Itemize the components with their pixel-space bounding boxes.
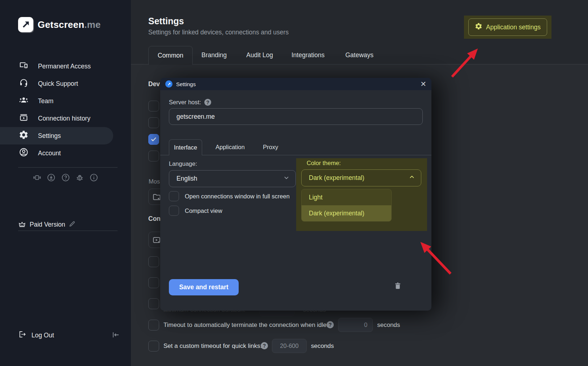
idle-timeout-input[interactable]: 0 [338, 318, 373, 332]
idle-timeout-label: Timeout to automatically terminate the c… [163, 321, 328, 329]
tab-branding[interactable]: Branding [201, 46, 227, 64]
plan-row: Paid Version [18, 220, 76, 230]
modal-tab-application[interactable]: Application [216, 139, 245, 155]
color-theme-dropdown: Light Dark (experimental) [301, 189, 392, 222]
quick-links-help-icon[interactable]: ? [261, 342, 268, 349]
sidebar-item-label: Team [38, 97, 54, 105]
sidebar-item-label: Permanent Access [38, 63, 91, 70]
bg-checkbox[interactable] [148, 117, 159, 128]
color-theme-value: Dark (experimental) [309, 174, 365, 182]
quick-links-unit: seconds [311, 342, 334, 350]
color-theme-label: Color theme: [307, 160, 341, 167]
chevron-down-icon [283, 174, 290, 183]
help-icon[interactable] [61, 173, 70, 184]
gear-icon [19, 130, 29, 142]
quick-links-label: Set a custom timeout for quick links: [163, 342, 262, 350]
fullscreen-checkbox[interactable] [169, 191, 179, 201]
sidebar-divider [18, 231, 118, 231]
save-and-restart-button[interactable]: Save and restart [169, 279, 239, 295]
app-settings-highlight: Application settings [464, 16, 551, 39]
bg-checkbox[interactable] [148, 101, 159, 112]
quick-links-checkbox[interactable] [148, 341, 159, 352]
application-settings-label: Application settings [486, 24, 541, 31]
modal-tab-label: Proxy [263, 144, 278, 151]
brand-logo-icon [18, 17, 33, 32]
save-button-label: Save and restart [179, 283, 228, 291]
modal-logo-icon [165, 80, 172, 88]
plan-label: Paid Version [30, 221, 65, 228]
quick-links-input[interactable]: 20-600 [272, 339, 307, 353]
close-icon[interactable]: ✕ [420, 80, 426, 88]
color-theme-option-light[interactable]: Light [302, 189, 391, 205]
sidebar-item-label: Connection history [38, 115, 90, 122]
tab-label: Gateways [345, 51, 374, 59]
trash-icon[interactable] [393, 281, 402, 291]
download-icon[interactable] [47, 173, 56, 184]
brand-tld: .me [84, 19, 101, 30]
bg-checkbox[interactable] [148, 151, 159, 161]
connections-heading-partial: Con [148, 215, 161, 223]
modal-tab-interface[interactable]: Interface [169, 139, 202, 155]
bg-checkbox-checked[interactable] [148, 134, 159, 145]
idle-timeout-checkbox[interactable] [148, 320, 159, 331]
edit-plan-icon[interactable] [69, 220, 76, 229]
sidebar-nav: Permanent Access Quick Support Team Conn… [0, 58, 131, 162]
language-select[interactable]: English [169, 170, 296, 187]
compact-view-checkbox-label: Compact view [185, 207, 222, 214]
devices-icon [19, 60, 29, 72]
modal-tab-label: Application [216, 144, 245, 151]
tab-common[interactable]: Common [148, 46, 193, 65]
sidebar-item-label: Quick Support [38, 80, 78, 88]
app-screen: Getscreen.me Permanent Access Quick Supp… [0, 0, 588, 366]
collapse-sidebar-icon[interactable] [111, 331, 120, 341]
server-host-label: Server host: [169, 99, 201, 106]
color-theme-highlight: Color theme: Dark (experimental) Light D… [296, 158, 427, 231]
tab-audit-log[interactable]: Audit Log [246, 46, 273, 64]
sidebar-item-quick-support[interactable]: Quick Support [0, 75, 131, 92]
server-host-label-row: Server host: ? [169, 99, 211, 106]
tab-gateways[interactable]: Gateways [345, 46, 374, 64]
page-subtitle: Settings for linked devices, connections… [148, 29, 289, 36]
tab-label: Branding [201, 51, 227, 59]
application-settings-button[interactable]: Application settings [468, 18, 547, 36]
color-theme-select[interactable]: Dark (experimental) [301, 169, 421, 186]
info-icon[interactable] [89, 173, 98, 184]
sidebar-item-settings[interactable]: Settings [0, 127, 113, 144]
logout-icon [18, 330, 26, 340]
server-host-input[interactable]: getscreen.me [169, 108, 423, 125]
idle-timeout-unit: seconds [377, 321, 400, 329]
tab-label: Audit Log [246, 51, 273, 59]
modal-tab-label: Interface [174, 144, 197, 151]
option-label: Light [309, 194, 323, 201]
page-title: Settings [148, 16, 184, 26]
sidebar-item-connection-history[interactable]: Connection history [0, 110, 131, 127]
sidebar-item-label: Settings [38, 132, 61, 140]
devices-heading-partial: Dev [148, 80, 160, 88]
sidebar-item-permanent-access[interactable]: Permanent Access [0, 58, 131, 75]
sidebar-divider [18, 167, 118, 168]
compact-view-checkbox[interactable] [169, 206, 179, 216]
language-label-text: Language: [169, 160, 197, 167]
bug-icon[interactable] [75, 173, 84, 184]
crown-icon [18, 220, 26, 230]
color-theme-option-dark[interactable]: Dark (experimental) [302, 205, 391, 221]
sidebar: Getscreen.me Permanent Access Quick Supp… [0, 0, 131, 366]
team-icon [19, 95, 29, 107]
view-carousel-icon[interactable] [33, 173, 42, 184]
server-host-help-icon[interactable]: ? [204, 99, 211, 106]
bg-checkbox[interactable] [148, 298, 159, 309]
fullscreen-checkbox-label: Open connections window in full screen [185, 193, 290, 200]
bg-checkbox[interactable] [148, 277, 159, 288]
sidebar-item-account[interactable]: Account [0, 144, 131, 162]
idle-timeout-help-icon[interactable]: ? [327, 321, 334, 328]
most-used-heading-partial: Mos [149, 178, 160, 185]
account-icon [19, 147, 29, 159]
sidebar-item-team[interactable]: Team [0, 92, 131, 110]
logout-button[interactable]: Log Out [18, 330, 54, 340]
tab-label: Integrations [291, 51, 324, 59]
bg-checkbox[interactable] [148, 256, 159, 267]
modal-title: Settings [176, 81, 196, 87]
modal-tab-proxy[interactable]: Proxy [263, 139, 278, 155]
brand-logo[interactable]: Getscreen.me [18, 17, 101, 32]
tab-integrations[interactable]: Integrations [291, 46, 324, 64]
